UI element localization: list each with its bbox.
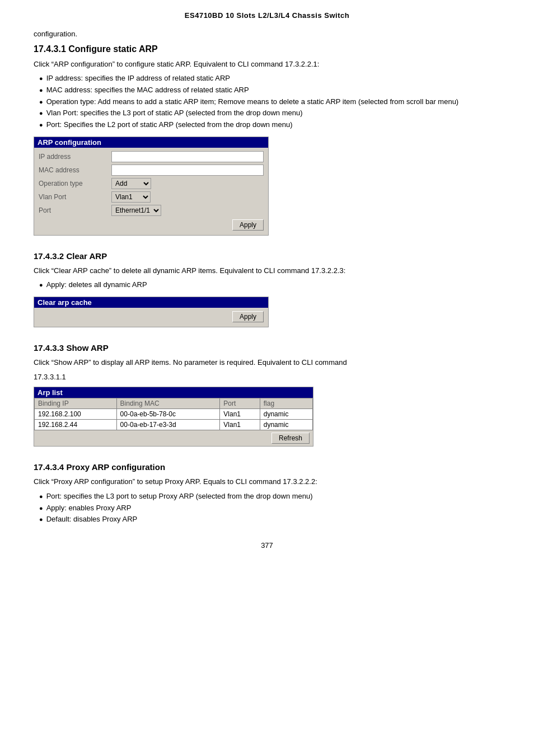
row1-flag: dynamic [260,409,312,420]
col-binding-mac: Binding MAC [116,398,220,409]
arp-config-apply-row: Apply [39,219,264,231]
mac-address-input[interactable] [111,165,264,176]
table-row: 192.168.2.100 00-0a-eb-5b-78-0c Vlan1 dy… [35,409,313,420]
section3-cli-cmd: 17.3.3.1.1 [34,372,500,383]
arp-config-widget: ARP configuration IP address MAC address… [34,137,269,236]
col-flag: flag [260,398,312,409]
col-port: Port [220,398,260,409]
arp-list-widget: Arp list Binding IP Binding MAC Port fla… [34,387,313,447]
section4-heading: 17.4.3.4 Proxy ARP configuration [34,462,500,472]
intro-text: configuration. [34,29,500,40]
clear-arp-title: Clear arp cache [34,297,268,308]
ip-address-input[interactable] [111,151,264,162]
row2-flag: dynamic [260,420,312,430]
arp-list-title: Arp list [34,387,313,398]
page-header: ES4710BD 10 Slots L2/L3/L4 Chassis Switc… [34,11,500,20]
bullet-apply-enables: Apply: enables Proxy ARP [39,503,500,514]
row2-ip: 192.168.2.44 [35,420,117,430]
port-select[interactable]: Ethernet1/1 [111,205,161,216]
row1-port: Vlan1 [220,409,260,420]
ip-address-row: IP address [39,151,264,162]
arp-table: Binding IP Binding MAC Port flag 192.168… [34,398,313,430]
section2-intro: Click “Clear ARP cache” to delete all dy… [34,265,500,276]
row2-port: Vlan1 [220,420,260,430]
section4-intro: Click “Proxy ARP configuration” to setup… [34,476,500,487]
section1-bullets: IP address: specifies the IP address of … [39,73,500,131]
clear-arp-apply-button[interactable]: Apply [232,311,264,322]
section3-intro: Click “Show ARP” to display all ARP item… [34,357,500,368]
port-label: Port [39,206,111,214]
section2-bullets: Apply: deletes all dynamic ARP [39,279,500,291]
arp-config-apply-button[interactable]: Apply [232,219,264,231]
row1-mac: 00-0a-eb-5b-78-0c [116,409,220,420]
operation-type-label: Operation type [39,180,111,187]
bullet-default-disables: Default: disables Proxy ARP [39,514,500,525]
ip-address-label: IP address [39,153,111,161]
arp-table-header-row: Binding IP Binding MAC Port flag [35,398,313,409]
row1-ip: 192.168.2.100 [35,409,117,420]
bullet-port-l3: Port: specifies the L3 port to setup Pro… [39,491,500,503]
mac-address-row: MAC address [39,165,264,176]
section-proxy-arp: 17.4.3.4 Proxy ARP configuration Click “… [34,462,500,525]
vlan-port-row: Vlan Port Vlan1 [39,191,264,203]
section2-heading: 17.4.3.2 Clear ARP [34,251,500,261]
section3-heading: 17.4.3.3 Show ARP [34,343,500,353]
clear-arp-body: Apply [34,308,268,327]
bullet-operation: Operation type: Add means to add a stati… [39,96,500,108]
operation-type-row: Operation type Add Remove [39,178,264,189]
section1-intro: Click “ARP configuration” to configure s… [34,59,500,70]
section-clear-arp: 17.4.3.2 Clear ARP Click “Clear ARP cach… [34,251,500,327]
bullet-port: Port: Specifies the L2 port of static AR… [39,119,500,131]
bullet-apply-deletes: Apply: deletes all dynamic ARP [39,279,500,291]
col-binding-ip: Binding IP [35,398,117,409]
vlan-port-select[interactable]: Vlan1 [111,191,151,203]
table-row: 192.168.2.44 00-0a-eb-17-e3-3d Vlan1 dyn… [35,420,313,430]
mac-address-label: MAC address [39,166,111,174]
clear-arp-widget: Clear arp cache Apply [34,297,269,327]
section4-bullets: Port: specifies the L3 port to setup Pro… [39,491,500,525]
arp-table-footer: Refresh [34,430,313,446]
operation-type-select[interactable]: Add Remove [111,178,151,189]
refresh-button[interactable]: Refresh [271,433,310,444]
port-row: Port Ethernet1/1 [39,205,264,216]
bullet-mac: MAC address: specifies the MAC address o… [39,84,500,96]
row2-mac: 00-0a-eb-17-e3-3d [116,420,220,430]
arp-config-title: ARP configuration [34,137,268,148]
arp-config-body: IP address MAC address Operation type Ad… [34,148,268,235]
section-configure-static-arp: 17.4.3.1 Configure static ARP Click “ARP… [34,44,500,236]
vlan-port-label: Vlan Port [39,193,111,201]
section-show-arp: 17.4.3.3 Show ARP Click “Show ARP” to di… [34,343,500,447]
page-number: 377 [34,541,500,550]
bullet-ip: IP address: specifies the IP address of … [39,73,500,84]
bullet-vlan: Vlan Port: specifies the L3 port of stat… [39,107,500,119]
section1-heading: 17.4.3.1 Configure static ARP [34,44,500,54]
